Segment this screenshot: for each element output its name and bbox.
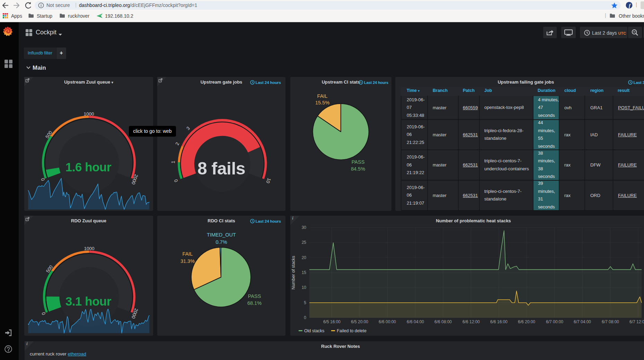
svg-text:3: 3 bbox=[185, 126, 191, 131]
svg-text:10: 10 bbox=[265, 177, 272, 184]
svg-text:0: 0 bbox=[173, 179, 179, 183]
svg-text:1: 1 bbox=[170, 161, 176, 163]
svg-text:2: 2 bbox=[175, 142, 180, 146]
svg-text:8 fails: 8 fails bbox=[197, 159, 245, 178]
